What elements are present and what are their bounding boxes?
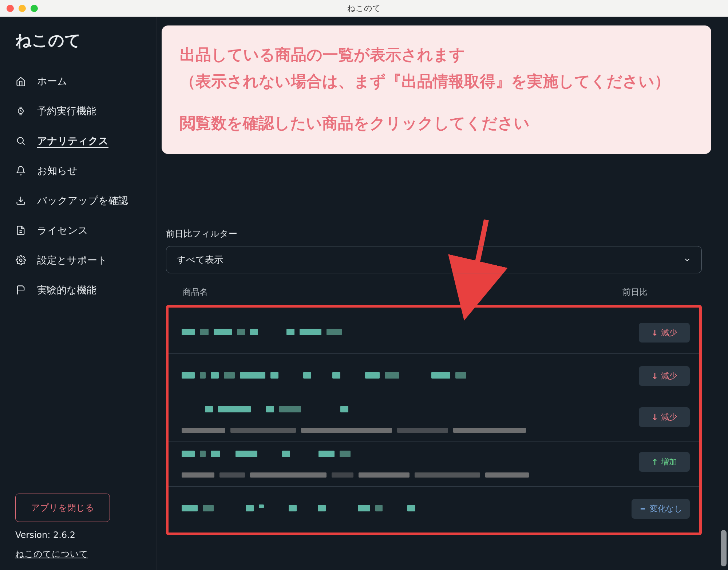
diff-badge-decrease: ↓ 減少 [639,323,690,343]
close-window-icon[interactable] [7,5,14,12]
close-app-button[interactable]: アプリを閉じる [15,494,110,522]
bell-icon [15,165,26,176]
about-link[interactable]: ねこのてについて [15,548,143,560]
table-row[interactable]: ↓ 減少 [169,397,699,442]
callout-line: （表示されない場合は、まず『出品情報取得』を実施してください） [180,68,693,95]
diff-badge-decrease: ↓ 減少 [639,407,690,427]
table-row[interactable]: ＝ 変化なし [169,487,699,530]
tutorial-callout: 出品している商品の一覧が表示されます （表示されない場合は、まず『出品情報取得』… [162,25,711,154]
column-header-name: 商品名 [183,286,622,298]
filter-dropdown[interactable]: すべて表示 [166,246,702,273]
sidebar-item-backup[interactable]: バックアップを確認 [15,194,143,207]
arrow-up-icon: ↑ [652,458,658,467]
sidebar-item-experimental[interactable]: 実験的な機能 [15,284,143,297]
filter-selected-value: すべて表示 [177,254,223,266]
callout-line: 出品している商品の一覧が表示されます [180,41,693,68]
sidebar-item-analytics[interactable]: アナリティクス [15,134,143,147]
main-content: 出品している商品の一覧が表示されます （表示されない場合は、まず『出品情報取得』… [157,17,728,570]
sidebar-item-label: 実験的な機能 [37,284,96,297]
product-table: ↓ 減少 [166,305,702,535]
equals-icon: ＝ [639,503,647,514]
diff-badge-decrease: ↓ 減少 [639,366,690,386]
callout-line: 閲覧数を確認したい商品をクリックしてください [180,110,693,136]
diff-badge-increase: ↑ 増加 [639,452,690,472]
sidebar-item-label: ホーム [37,75,67,88]
watch-icon [15,106,26,116]
sidebar-item-news[interactable]: お知らせ [15,164,143,177]
product-name-redacted [182,329,621,335]
sidebar-item-label: アナリティクス [37,134,108,147]
filter-label: 前日比フィルター [166,228,702,240]
diff-badge-none: ＝ 変化なし [632,499,690,519]
table-row[interactable]: ↑ 増加 [169,442,699,487]
table-row[interactable]: ↓ 減少 [169,310,699,354]
sidebar-item-license[interactable]: ライセンス [15,224,143,237]
table-row[interactable]: ↓ 減少 [169,354,699,397]
home-icon [15,76,26,87]
svg-point-2 [20,259,22,262]
product-name-redacted [182,505,621,511]
window-controls [7,5,38,12]
sidebar-item-label: 設定とサポート [37,254,107,267]
svg-point-1 [17,138,23,143]
version-label: Version: 2.6.2 [15,530,143,540]
titlebar: ねこのて [0,0,728,17]
minimize-window-icon[interactable] [19,5,26,12]
arrow-down-icon: ↓ [652,413,658,422]
gear-icon [15,255,26,266]
window-title: ねこのて [347,3,381,14]
sidebar-item-label: バックアップを確認 [37,194,128,207]
arrow-down-icon: ↓ [652,372,658,381]
sidebar: ねこのて ホーム 予約実行機能 アナリティクス [0,17,157,570]
sidebar-item-label: お知らせ [37,164,78,177]
sidebar-item-settings[interactable]: 設定とサポート [15,254,143,267]
maximize-window-icon[interactable] [31,5,38,12]
chevron-down-icon [683,256,691,264]
table-header: 商品名 前日比 [166,286,702,305]
product-name-redacted [182,406,621,433]
arrow-down-icon: ↓ [652,328,658,337]
sidebar-item-home[interactable]: ホーム [15,75,143,88]
column-header-diff: 前日比 [622,286,692,298]
sidebar-item-label: ライセンス [37,224,88,237]
sidebar-item-label: 予約実行機能 [37,104,96,118]
sidebar-nav: ホーム 予約実行機能 アナリティクス お知らせ [15,75,143,297]
product-name-redacted [182,372,621,379]
search-icon [15,135,26,146]
scrollbar-thumb[interactable] [721,530,727,566]
document-icon [15,225,26,236]
sidebar-item-scheduler[interactable]: 予約実行機能 [15,104,143,118]
app-logo: ねこのて [15,30,143,51]
download-icon [15,195,26,206]
flag-icon [15,285,26,296]
product-name-redacted [182,451,621,478]
